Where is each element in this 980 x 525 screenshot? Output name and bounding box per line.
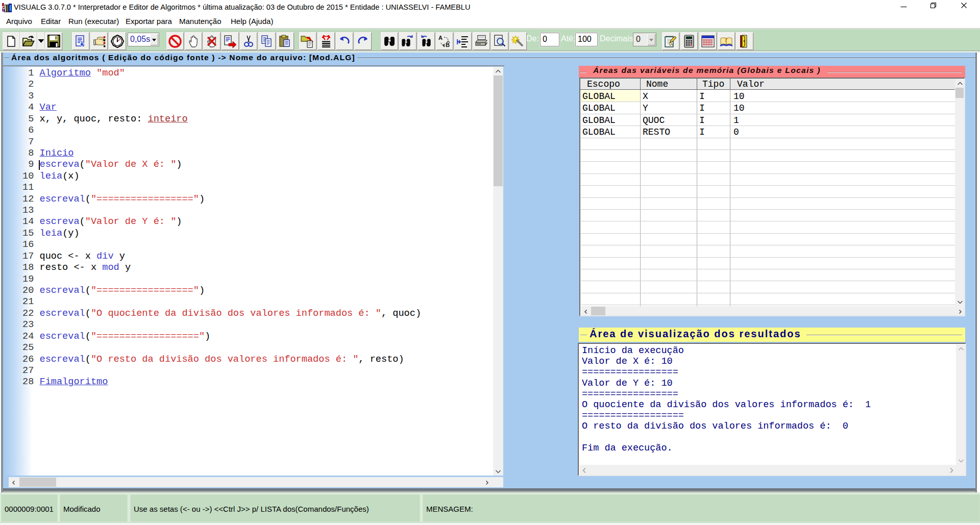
svg-text:B: B [446, 42, 450, 48]
svg-text:A: A [438, 35, 443, 41]
svg-text:?: ? [724, 36, 728, 43]
